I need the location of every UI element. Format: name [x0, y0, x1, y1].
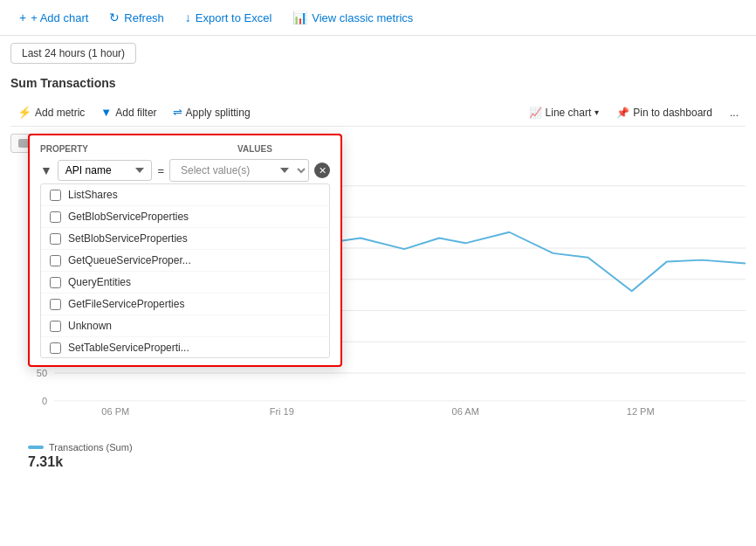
caret-down-icon: ▾	[594, 107, 599, 117]
dropdown-list[interactable]: ListShares GetBlobServiceProperties SetB…	[40, 183, 330, 358]
svg-text:0: 0	[42, 396, 47, 406]
item-label-7: SetTableServiceProperti...	[68, 342, 189, 354]
item-label-1: GetBlobServiceProperties	[68, 211, 189, 223]
legend-value: 7.31k	[28, 454, 133, 470]
refresh-icon: ↻	[109, 10, 120, 24]
chart-title: Sum Transactions	[10, 71, 746, 93]
list-item[interactable]: QueryEntities	[41, 272, 329, 294]
chart-toolbar-right: 📈 Line chart ▾ 📌 Pin to dashboard ...	[522, 103, 746, 122]
add-filter-button[interactable]: ▼ Add filter	[93, 102, 163, 122]
list-item[interactable]: Unknown	[41, 315, 329, 337]
legend-block: Transactions (Sum) 7.31k	[28, 442, 133, 470]
values-header: VALUES	[237, 144, 272, 154]
chart-section: Sum Transactions ⚡ Add metric ▼ Add filt…	[0, 71, 756, 474]
pin-icon: 📌	[616, 107, 629, 119]
add-chart-button[interactable]: + + Add chart	[10, 7, 97, 28]
list-item[interactable]: SetBlobServiceProperties	[41, 228, 329, 250]
list-item[interactable]: GetBlobServiceProperties	[41, 206, 329, 228]
bar-chart-icon: 📊	[292, 10, 307, 24]
filter-funnel-icon: ▼	[40, 163, 52, 177]
refresh-button[interactable]: ↻ Refresh	[100, 7, 173, 28]
equals-sign: =	[157, 164, 164, 177]
list-item[interactable]: GetFileServiceProperties	[41, 294, 329, 315]
svg-text:50: 50	[37, 368, 47, 378]
item-checkbox-2[interactable]	[50, 233, 61, 245]
property-select[interactable]: API name	[58, 160, 153, 181]
add-metric-button[interactable]: ⚡ Add metric	[10, 102, 92, 122]
list-item[interactable]: ListShares	[41, 184, 329, 206]
values-select[interactable]: Select value(s)	[169, 159, 309, 182]
property-header: PROPERTY	[40, 144, 180, 154]
export-excel-button[interactable]: ↓ Export to Excel	[176, 7, 280, 28]
add-metric-icon: ⚡	[17, 106, 31, 119]
chart-area: Transactions, Sum ✕ PROPERTY VALUES ▼ AP…	[10, 134, 746, 474]
filter-popup: PROPERTY VALUES ▼ API name = Select valu…	[28, 134, 342, 367]
time-range-section: Last 24 hours (1 hour)	[0, 36, 756, 71]
popup-selects: ▼ API name = Select value(s) ✕	[40, 159, 330, 182]
split-icon: ⇌	[173, 106, 182, 119]
line-chart-button[interactable]: 📈 Line chart ▾	[522, 103, 607, 122]
item-checkbox-4[interactable]	[50, 277, 61, 288]
add-icon: +	[19, 10, 26, 24]
item-checkbox-6[interactable]	[50, 321, 61, 332]
svg-text:06 PM: 06 PM	[101, 406, 129, 417]
legend-label: Transactions (Sum)	[49, 442, 133, 453]
svg-text:Fri 19: Fri 19	[270, 406, 294, 417]
item-label-3: GetQueueServiceProper...	[68, 254, 191, 266]
list-item[interactable]: SetTableServiceProperti...	[41, 337, 329, 358]
view-classic-button[interactable]: 📊 View classic metrics	[284, 7, 422, 28]
chart-toolbar: ⚡ Add metric ▼ Add filter ⇌ Apply splitt…	[10, 99, 746, 127]
svg-text:06 AM: 06 AM	[452, 406, 479, 417]
list-item[interactable]: GetQueueServiceProper...	[41, 250, 329, 272]
item-checkbox-0[interactable]	[50, 190, 61, 201]
item-label-6: Unknown	[68, 320, 112, 332]
line-chart-icon: 📈	[529, 107, 542, 119]
download-icon: ↓	[185, 10, 191, 24]
item-label-2: SetBlobServiceProperties	[68, 232, 188, 245]
pin-dashboard-button[interactable]: 📌 Pin to dashboard	[609, 103, 719, 122]
legend-color	[28, 446, 44, 449]
more-options-button[interactable]: ...	[723, 103, 746, 122]
apply-splitting-button[interactable]: ⇌ Apply splitting	[166, 102, 258, 122]
chart-legend: Transactions (Sum) 7.31k	[28, 442, 133, 470]
item-label-5: GetFileServiceProperties	[68, 298, 184, 310]
popup-close-button[interactable]: ✕	[314, 162, 330, 178]
top-toolbar: + + Add chart ↻ Refresh ↓ Export to Exce…	[0, 0, 756, 36]
filter-pills: Transactions, Sum ✕ PROPERTY VALUES ▼ AP…	[10, 134, 746, 153]
item-label-4: QueryEntities	[68, 276, 131, 288]
filter-icon: ▼	[100, 106, 112, 119]
item-checkbox-5[interactable]	[50, 299, 61, 310]
item-label-0: ListShares	[68, 189, 118, 201]
item-checkbox-7[interactable]	[50, 342, 61, 354]
chart-toolbar-left: ⚡ Add metric ▼ Add filter ⇌ Apply splitt…	[10, 102, 258, 122]
time-range-button[interactable]: Last 24 hours (1 hour)	[10, 43, 136, 64]
svg-text:12 PM: 12 PM	[627, 406, 655, 417]
item-checkbox-1[interactable]	[50, 211, 61, 223]
popup-headers: PROPERTY VALUES	[40, 144, 330, 154]
item-checkbox-3[interactable]	[50, 255, 61, 266]
